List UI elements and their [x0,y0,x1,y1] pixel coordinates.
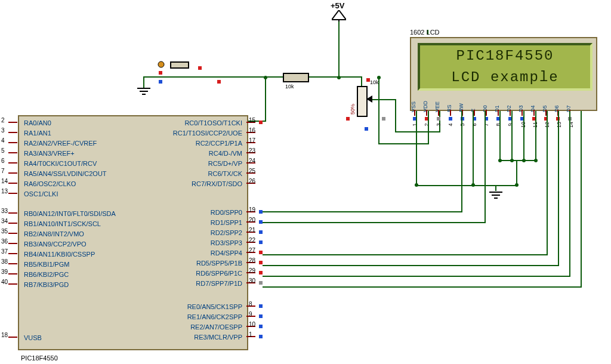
logic-marker [259,271,263,274]
wire [263,254,548,255]
pin-label: RE2/AN7/OESPP [190,323,242,331]
wire [361,76,362,86]
wire [485,111,486,222]
pin-number: 26 [249,178,255,184]
lcd-pin-stub [486,110,487,116]
pin-number: 3 [1,127,5,134]
lcd-pin-name: D1 [494,94,500,112]
pin-label: RD2/SPP2 [211,229,242,236]
mcu-ref: PIC18F4550 [21,354,58,362]
junction-dot [471,183,475,187]
logic-marker [449,117,452,121]
wire [473,111,474,185]
pin-label: VUSB [24,334,42,341]
lcd-pin-stub [426,110,427,116]
logic-marker [259,240,263,244]
lcd-pin-number: 6 [471,123,477,126]
pin-stub [8,253,17,254]
pin-stub [8,152,17,153]
pin-label: RC7/RX/DT/SDO [192,180,242,187]
pin-label: RA5/AN4/SS/LVDIN/C2OUT [24,170,107,177]
lcd-ref: 1602 LCD [410,29,440,36]
wire [265,76,266,121]
pin-stub [8,283,17,285]
pin-label: RB0/AN12/INT0/FLT0/SDI/SDA [24,210,116,217]
wire [569,111,570,276]
pin-number: 6 [1,158,5,164]
pin-stub [8,243,17,244]
pin-number: 36 [1,238,8,245]
pin-label: RC0/T1OSO/T1CKI [184,119,242,127]
wire [547,111,548,254]
pin-label: RA4/T0CKI/C1OUT/RCV [24,160,97,167]
resistor-icon [283,73,309,82]
pin-label: RC6/TX/CK [208,170,242,177]
pin-number: 2 [1,117,5,124]
ground-icon [488,191,504,199]
svg-rect-3 [171,62,189,68]
power-arrow-icon [332,10,346,22]
pin-number: 4 [1,137,5,144]
lcd-pin-stub [438,110,439,116]
pin-label: RE0/AN5/CK1SPP [187,303,242,310]
wire [263,265,559,266]
pin-number: 33 [1,208,8,214]
pin-number: 35 [1,228,8,235]
pin-label: OSC1/CLKI [24,190,58,198]
junction-dot [264,76,267,79]
pin-number: 22 [249,237,255,243]
pin-label: RC1/T1OSI/CCP2/UOE [173,129,242,137]
logic-high-marker [198,66,202,70]
pin-number: 29 [249,267,255,274]
logic-low-marker [365,127,368,131]
wire [263,222,486,223]
lcd-pin-name: E [470,94,476,112]
wire [416,111,417,185]
logic-marker [259,220,263,224]
pin-number: 16 [249,127,255,134]
pin-label: RA0/AN0 [24,119,51,127]
pin-number: 38 [1,258,8,265]
lcd-pin-name: D6 [554,94,560,112]
lcd-pin-number: 3 [436,123,442,126]
logic-marker [259,210,263,214]
pin-label: RA6/OSC2/CLKO [24,180,76,187]
lcd-line-1: PIC18F4550 [420,45,590,67]
ground-icon [136,87,152,95]
logic-high-marker [346,117,350,121]
lcd-pin-name: D5 [542,94,548,112]
pin-number: 13 [1,188,8,195]
wire [378,143,429,144]
wire [523,111,524,161]
lcd-pin-name: RS [446,94,452,112]
wire [499,111,501,161]
pot-wiper-icon [366,95,372,103]
pin-number: 18 [1,332,8,338]
wire [395,99,396,131]
pin-number: 9 [249,311,252,317]
logic-high-marker [159,71,162,75]
lcd-pin-name: D0 [482,94,488,112]
lcd-screen: PIC18F4550 LCD example [418,43,593,91]
power-label: +5V [331,1,345,10]
pin-label: RD5/SPP5/P1B [196,260,242,267]
wire [372,99,396,100]
lcd-pin-number: 13 [556,122,562,128]
resistor-value: 10k [285,84,294,90]
pin-label: RD0/SPP0 [211,209,242,216]
lcd-pin-name: D7 [566,94,572,112]
lcd-pin-name: D3 [518,94,524,112]
logic-marker [259,325,263,328]
pin-label: RB5/KBI1/PGM [24,261,69,268]
lcd-pin-stub [533,110,535,116]
pot-setting: 50% [350,104,356,115]
wire [263,276,570,277]
lcd-pin-name: D2 [506,94,512,112]
pin-label: RA3/AN3/VREF+ [24,150,75,157]
junction-dot [498,159,502,162]
lcd-pin-stub [450,110,451,116]
pin-label: RA1/AN1 [24,129,51,137]
pin-label: RC2/CCP1/P1A [196,140,242,147]
lcd-line-2: LCD example [420,67,590,88]
junction-dot [510,159,514,162]
